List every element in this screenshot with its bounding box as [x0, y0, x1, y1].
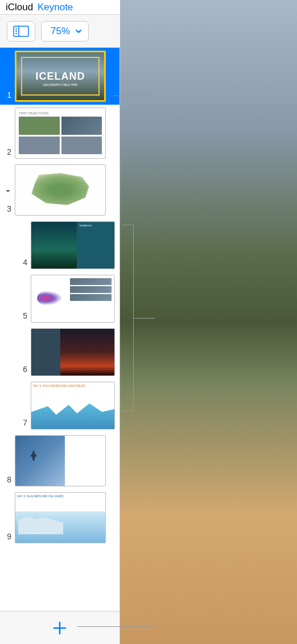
- slide-number: 2: [3, 147, 11, 156]
- slide-thumbnail-1[interactable]: 1 ICELAND GEOGRAPHY FIELD TRIP: [0, 48, 119, 105]
- callout-line: [134, 318, 155, 319]
- zoom-level-label: 75%: [51, 26, 70, 37]
- chevron-down-icon: [75, 27, 82, 35]
- brand-label: iCloud: [6, 2, 33, 13]
- add-slide-button[interactable]: [51, 620, 68, 637]
- canvas-background: [120, 0, 297, 644]
- callout-line: [77, 626, 155, 627]
- slide-navigator[interactable]: 1 ICELAND GEOGRAPHY FIELD TRIP 2 TRIP OB…: [0, 48, 120, 611]
- view-icon: [13, 26, 29, 37]
- slide-preview: [15, 164, 106, 216]
- slide-thumbnail-4[interactable]: 4 SCHEDULE: [0, 218, 119, 272]
- slide-number: 4: [19, 258, 27, 267]
- svg-point-2: [15, 28, 16, 29]
- slide-thumbnail-7[interactable]: 7 DAY 2: VOLCANOES AND LAVA FIELDS: [0, 379, 119, 432]
- app-name-label: Keynote: [38, 2, 73, 13]
- slide-thumbnail-8[interactable]: 8: [0, 432, 119, 489]
- slide-thumbnail-3[interactable]: 3: [0, 162, 119, 218]
- disclosure-triangle[interactable]: [5, 187, 11, 193]
- slide-number: 9: [3, 532, 11, 541]
- view-options-button[interactable]: [7, 21, 35, 42]
- app-header: iCloud Keynote: [0, 0, 120, 15]
- slide-preview: ICELAND GEOGRAPHY FIELD TRIP: [15, 51, 106, 102]
- slide-number: 6: [19, 365, 27, 374]
- slide-thumbnail-5[interactable]: 5: [0, 272, 119, 325]
- svg-point-3: [15, 30, 16, 31]
- callout-bracket: [122, 225, 134, 411]
- slide-preview: [31, 328, 115, 376]
- slide-number: 1: [3, 90, 11, 100]
- zoom-menu-button[interactable]: 75%: [41, 21, 89, 42]
- slide-preview: [31, 275, 115, 323]
- svg-point-4: [15, 32, 16, 34]
- slide-number: 8: [3, 475, 11, 484]
- slide-preview: TRIP OBJECTIVES: [15, 108, 106, 159]
- callout-line: [114, 96, 155, 96]
- navigator-footer: [0, 611, 120, 644]
- slide-thumbnail-6[interactable]: 6: [0, 325, 119, 379]
- slide-preview: DAY 2: VOLCANOES AND LAVA FIELDS: [31, 382, 115, 430]
- slide-preview: [15, 435, 106, 486]
- slide-number: 5: [19, 311, 27, 320]
- slide-preview: SCHEDULE: [31, 221, 115, 269]
- plus-icon: [51, 620, 68, 637]
- slide-number: 3: [3, 204, 11, 213]
- slide-thumbnail-2[interactable]: 2 TRIP OBJECTIVES: [0, 105, 119, 162]
- slide-number: 7: [19, 418, 27, 427]
- slide-thumbnail-9[interactable]: 9 DAY 3: GLACIERS AND ICE CAVES: [0, 489, 119, 546]
- toolbar: 75%: [0, 15, 120, 48]
- slide-preview: DAY 3: GLACIERS AND ICE CAVES: [15, 492, 106, 543]
